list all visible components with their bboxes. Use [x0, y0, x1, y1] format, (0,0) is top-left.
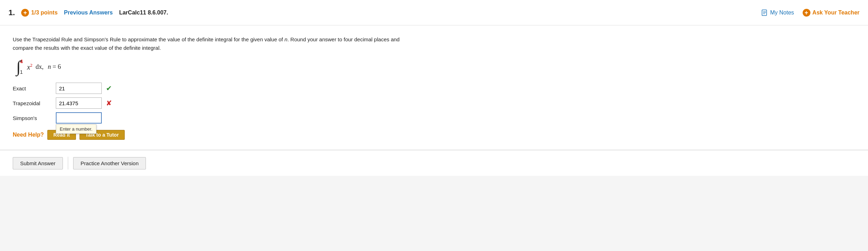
integrand-var: x [27, 63, 30, 71]
description-text-3: compare the results with the exact value… [13, 45, 161, 51]
exact-input[interactable] [56, 83, 102, 94]
header-bar: 1. + 1/3 points Previous Answers LarCalc… [0, 0, 868, 25]
integral-display: ∫ 4 1 x2 dx, n = 6 [16, 59, 855, 75]
practice-another-version-button[interactable]: Practice Another Version [73, 157, 146, 169]
previous-answers-button[interactable]: Previous Answers [64, 10, 113, 16]
simpsons-label: Simpson's [13, 115, 52, 121]
plus-icon: + [21, 9, 29, 17]
n-value: n = 6 [48, 63, 61, 71]
submit-answer-button[interactable]: Submit Answer [13, 157, 63, 169]
ask-plus-icon: + [803, 9, 810, 17]
header-left: 1. + 1/3 points Previous Answers LarCalc… [8, 8, 761, 17]
integral-symbol: ∫ [16, 59, 21, 75]
document-icon [761, 9, 768, 16]
footer-divider [68, 157, 68, 169]
footer-bar: Submit Answer Practice Another Version [0, 150, 868, 176]
exact-label: Exact [13, 85, 52, 91]
question-number: 1. [8, 8, 15, 17]
description-italic-n: n [284, 36, 287, 42]
cross-icon: ✘ [106, 99, 112, 107]
integrand: x2 [27, 62, 32, 71]
exact-row: Exact ✔ [13, 83, 855, 94]
integral-symbol-group: ∫ 4 1 [16, 59, 23, 75]
trapezoidal-row: Trapezoidal ✘ [13, 97, 855, 109]
my-notes-button[interactable]: My Notes [761, 9, 794, 16]
my-notes-label: My Notes [770, 10, 794, 16]
trapezoidal-input[interactable] [56, 97, 102, 109]
fields-section: Exact ✔ Trapezoidal ✘ Simpson's Enter a … [13, 83, 855, 124]
trapezoidal-label: Trapezoidal [13, 100, 52, 106]
need-help-row: Need Help? Read It Talk to a Tutor [13, 130, 855, 140]
input-tooltip: Enter a number. [56, 124, 96, 134]
description-text-2: . Round your answer to four decimal plac… [288, 36, 400, 42]
points-badge: + 1/3 points [21, 9, 58, 17]
description-text-1: Use the Trapezoidal Rule and Simpson's R… [13, 36, 284, 42]
need-help-label: Need Help? [13, 132, 44, 138]
problem-id: LarCalc11 8.6.007. [119, 10, 168, 16]
check-icon: ✔ [106, 84, 112, 92]
problem-description: Use the Trapezoidal Rule and Simpson's R… [13, 35, 401, 52]
simpsons-row: Simpson's Enter a number. [13, 112, 855, 124]
dx-label: dx, [36, 63, 44, 71]
ask-teacher-label: Ask Your Teacher [813, 10, 860, 16]
tooltip-text: Enter a number. [60, 126, 93, 132]
ask-teacher-button[interactable]: + Ask Your Teacher [803, 9, 860, 17]
header-right: My Notes + Ask Your Teacher [761, 9, 860, 17]
points-label: 1/3 points [31, 10, 58, 16]
simpsons-input[interactable] [56, 112, 102, 124]
simpsons-input-container: Enter a number. [56, 112, 102, 124]
main-content: Use the Trapezoidal Rule and Simpson's R… [0, 25, 868, 150]
integrand-exp: 2 [30, 62, 33, 68]
